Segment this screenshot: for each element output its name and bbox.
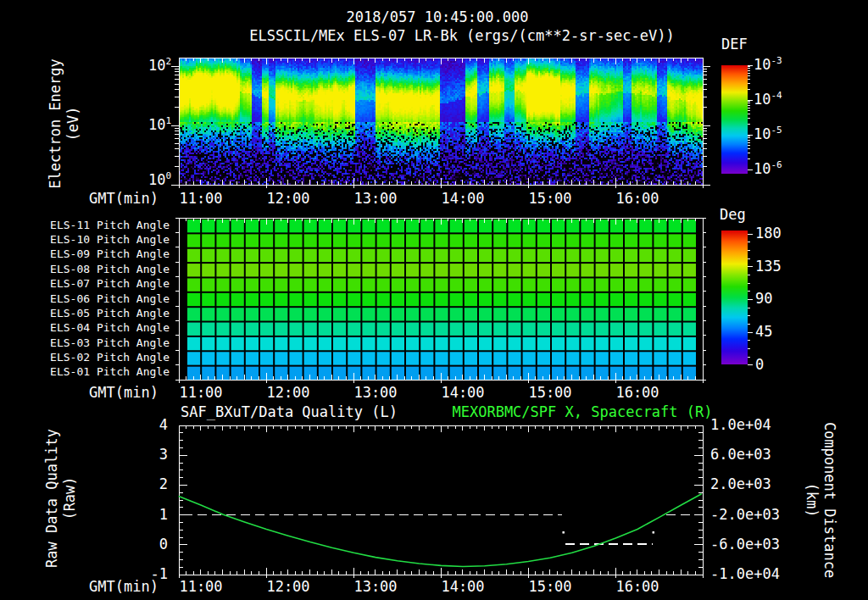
time-tick-label: 15:00 bbox=[516, 386, 584, 400]
deg-colorbar-tick-label: 0 bbox=[755, 358, 764, 372]
gmt-axis-label: GMT(min) bbox=[85, 386, 159, 400]
quality-tick-label: 3 bbox=[127, 447, 168, 462]
deg-colorbar-tick-label: 180 bbox=[755, 226, 782, 241]
component-distance-axis-label: Component Distance(km) bbox=[803, 422, 838, 578]
pitch-row-label: ELS-11 Pitch Angle bbox=[34, 219, 170, 231]
raw-quality-axis-label: Raw Data Quality(Raw) bbox=[43, 429, 79, 568]
pitch-angle-canvas bbox=[179, 218, 703, 380]
time-tick-label: 13:00 bbox=[342, 386, 409, 400]
quality-tick-label: 2 bbox=[127, 477, 168, 492]
pitch-row-label: ELS-09 Pitch Angle bbox=[34, 248, 170, 259]
time-tick-label: 13:00 bbox=[342, 192, 409, 206]
time-tick-label: 11:00 bbox=[167, 386, 235, 400]
time-tick-label: 11:00 bbox=[167, 580, 235, 594]
deg-colorbar-tick-label: 90 bbox=[755, 292, 772, 306]
energy-tick-label: 102 bbox=[119, 58, 171, 73]
distance-tick-label: -6.0e+03 bbox=[710, 537, 780, 552]
pitch-row-label: ELS-08 Pitch Angle bbox=[34, 264, 170, 275]
time-tick-label: 12:00 bbox=[254, 580, 322, 594]
distance-tick-label: 1.0e+04 bbox=[710, 418, 771, 432]
gmt-axis-label: GMT(min) bbox=[85, 192, 159, 206]
deg-colorbar-tick-label: 45 bbox=[755, 325, 772, 339]
deg-colorbar-title: Deg bbox=[720, 208, 746, 222]
distance-tick-label: 2.0e+03 bbox=[710, 477, 771, 492]
time-tick-label: 13:00 bbox=[342, 580, 409, 594]
time-tick-label: 11:00 bbox=[167, 192, 235, 206]
def-colorbar-tick-label: 10-4 bbox=[754, 92, 782, 107]
def-colorbar-tick-label: 10-3 bbox=[754, 58, 782, 72]
deg-colorbar bbox=[721, 231, 748, 364]
pitch-row-label: ELS-01 Pitch Angle bbox=[34, 366, 170, 377]
pitch-row-label: ELS-05 Pitch Angle bbox=[34, 308, 170, 319]
time-tick-label: 16:00 bbox=[604, 386, 671, 400]
def-colorbar-tick-label: 10-6 bbox=[754, 162, 782, 176]
pitch-row-label: ELS-02 Pitch Angle bbox=[34, 352, 170, 363]
pitch-row-label: ELS-06 Pitch Angle bbox=[34, 293, 170, 304]
distance-tick-label: 6.0e+03 bbox=[710, 447, 771, 462]
timestamp-title: 2018/057 10:45:00.000 bbox=[183, 10, 692, 25]
time-tick-label: 14:00 bbox=[429, 386, 497, 400]
spacecraft-title-right: MEXORBMC/SPF X, Spacecraft (R) bbox=[451, 405, 714, 419]
time-tick-label: 14:00 bbox=[429, 192, 497, 206]
instrument-title: ELSSCIL/MEx ELS-07 LR-Bk (ergs/(cm**2-sr… bbox=[208, 29, 716, 43]
pitch-row-label: ELS-07 Pitch Angle bbox=[34, 278, 170, 289]
pitch-row-label: ELS-10 Pitch Angle bbox=[34, 234, 170, 245]
quality-tick-label: 4 bbox=[127, 418, 168, 432]
time-tick-label: 12:00 bbox=[254, 192, 322, 206]
energy-tick-label: 100 bbox=[119, 173, 171, 187]
quality-title-left: SAF_BXuT/Data Quality (L) bbox=[180, 405, 398, 419]
time-tick-label: 16:00 bbox=[604, 580, 671, 594]
quality-tick-label: 0 bbox=[127, 537, 168, 552]
quality-tick-label: 1 bbox=[127, 508, 168, 522]
def-colorbar-tick-label: 10-5 bbox=[754, 127, 782, 142]
energy-tick-label: 101 bbox=[119, 118, 171, 132]
gmt-axis-label: GMT(min) bbox=[85, 580, 159, 594]
quality-tick-label: -1 bbox=[127, 567, 168, 581]
distance-tick-label: -2.0e+03 bbox=[710, 508, 780, 522]
time-tick-label: 12:00 bbox=[254, 386, 322, 400]
pitch-row-label: ELS-04 Pitch Angle bbox=[34, 322, 170, 333]
time-tick-label: 16:00 bbox=[604, 192, 671, 206]
distance-tick-label: -1.0e+04 bbox=[710, 567, 780, 581]
time-tick-label: 15:00 bbox=[516, 192, 584, 206]
def-colorbar bbox=[721, 65, 748, 174]
deg-colorbar-tick-label: 135 bbox=[755, 259, 782, 274]
pitch-row-label: ELS-03 Pitch Angle bbox=[34, 337, 170, 348]
time-tick-label: 15:00 bbox=[516, 580, 584, 594]
plot-screen: 2018/057 10:45:00.000 ELSSCIL/MEx ELS-07… bbox=[0, 0, 868, 600]
time-tick-label: 14:00 bbox=[429, 580, 497, 594]
electron-energy-spectrogram-canvas bbox=[179, 58, 703, 185]
electron-energy-axis-label: Electron Energy(eV) bbox=[47, 58, 82, 189]
def-colorbar-title: DEF bbox=[721, 37, 748, 52]
